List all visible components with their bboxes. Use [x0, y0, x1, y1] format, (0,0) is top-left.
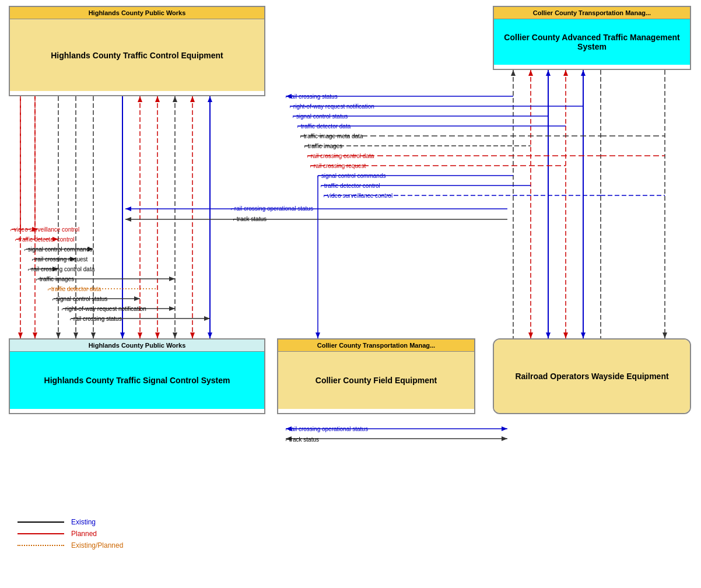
highlands-bottom-body-text: Highlands County Traffic Signal Control …: [44, 376, 230, 385]
svg-marker-13: [56, 332, 61, 338]
flow-track-status-mid: ⌐track status: [233, 216, 267, 222]
flow-traffic-detector-ctrl-mid: ⌐traffic detector control: [321, 183, 380, 189]
flow-track-status-bottom: ⌐track status: [286, 436, 319, 443]
legend-existing-planned-label: Existing/Planned: [71, 541, 123, 550]
legend-planned: Planned: [17, 530, 123, 538]
svg-marker-15: [91, 332, 96, 338]
collier-top-header: Collier County Transportation Manag...: [494, 7, 690, 19]
svg-marker-84: [502, 436, 507, 441]
highlands-bottom-header-text: Highlands County Public Works: [89, 342, 186, 349]
svg-marker-90: [663, 332, 667, 338]
svg-marker-76: [169, 306, 175, 311]
svg-marker-41: [581, 70, 586, 76]
legend-existing-line: [17, 522, 64, 523]
flow-rail-crossing-op-bottom: ⌐rail crossing operational status: [286, 426, 368, 432]
flow-traffic-detector-mid: ⌐traffic detector data: [297, 123, 350, 130]
svg-marker-21: [208, 332, 212, 338]
highlands-top-header: Highlands County Public Works: [10, 7, 264, 19]
svg-marker-26: [208, 96, 212, 102]
highlands-top-body: Highlands County Traffic Control Equipme…: [10, 19, 264, 91]
svg-marker-40: [563, 70, 568, 76]
flow-traffic-image-meta-mid: ⌐traffic image meta data: [300, 133, 363, 139]
legend-existing-planned-line: [17, 545, 64, 546]
flow-rail-crossing-op-mid: ⌐rail crossing operational status: [231, 205, 313, 212]
svg-marker-38: [528, 70, 533, 76]
collier-field-node: Collier County Transportation Manag... C…: [277, 338, 475, 414]
collier-top-body-text: Collier County Advanced Traffic Manageme…: [499, 33, 685, 51]
svg-marker-71: [169, 276, 175, 281]
collier-field-header-text: Collier County Transportation Manag...: [317, 342, 435, 349]
flow-signal-status-mid: ⌐signal control status: [293, 113, 348, 120]
svg-marker-59: [125, 217, 131, 222]
flow-video-surv-mid: ⌐video surveillance control: [324, 192, 392, 199]
collier-field-body-text: Collier County Field Equipment: [316, 376, 437, 385]
svg-marker-56: [125, 206, 131, 211]
flow-traffic-detector-data-left: ⌐traffic detector data: [48, 286, 101, 292]
highlands-bottom-node: Highlands County Public Works Highlands …: [9, 338, 265, 414]
legend: Existing Planned Existing/Planned: [17, 518, 123, 553]
svg-marker-19: [173, 332, 177, 338]
flow-video-surveillance-left: ⌐video surveillance control: [10, 226, 79, 233]
flow-row-request-left: ⌐right-of-way request notification: [62, 306, 146, 312]
legend-planned-line: [17, 533, 64, 534]
svg-marker-17: [138, 332, 142, 338]
svg-marker-35: [563, 332, 568, 338]
highlands-bottom-body: Highlands County Traffic Signal Control …: [10, 352, 264, 409]
collier-top-body: Collier County Advanced Traffic Manageme…: [494, 19, 690, 65]
svg-marker-18: [155, 332, 160, 338]
highlands-bottom-header: Highlands County Public Works: [10, 340, 264, 352]
svg-marker-11: [18, 332, 23, 338]
legend-existing: Existing: [17, 518, 123, 526]
railroad-node: Railroad Operators Wayside Equipment: [493, 338, 691, 414]
svg-marker-78: [204, 316, 210, 321]
svg-marker-36: [581, 332, 586, 338]
flow-signal-status-left: ⌐signal control status: [52, 296, 107, 302]
legend-existing-planned: Existing/Planned: [17, 541, 123, 550]
svg-marker-14: [73, 332, 78, 338]
svg-marker-81: [502, 426, 507, 431]
svg-marker-22: [138, 96, 142, 102]
svg-marker-24: [173, 96, 177, 102]
svg-marker-86: [316, 332, 320, 338]
flow-row-request-mid: ⌐right-of-way request notification: [290, 103, 374, 110]
highlands-top-body-text: Highlands County Traffic Control Equipme…: [51, 51, 223, 60]
highlands-top-header-text: Highlands County Public Works: [89, 9, 186, 16]
collier-top-node: Collier County Transportation Manag... C…: [493, 6, 691, 70]
svg-marker-33: [528, 332, 533, 338]
flow-signal-cmd-mid: ⌐signal control commands: [318, 173, 385, 179]
flow-signal-control-cmd-left: ⌐signal control commands: [24, 246, 92, 253]
svg-marker-12: [33, 332, 37, 338]
collier-field-body: Collier County Field Equipment: [278, 352, 474, 409]
flow-rail-crossing-req-mid: ⌐rail crossing request: [310, 163, 366, 169]
diagram-container: Highlands County Public Works Highlands …: [0, 0, 701, 588]
flow-traffic-images-mid: ⌐traffic images: [304, 143, 342, 149]
svg-marker-16: [120, 332, 125, 338]
flow-rail-crossing-ctrl-mid: ⌐rail crossing control data: [307, 153, 374, 159]
svg-marker-74: [134, 296, 140, 301]
svg-marker-39: [546, 70, 551, 76]
flow-rail-crossing-req-left: ⌐rail crossing request: [32, 256, 87, 262]
railroad-body: Railroad Operators Wayside Equipment: [494, 340, 690, 413]
highlands-top-node: Highlands County Public Works Highlands …: [9, 6, 265, 96]
railroad-body-text: Railroad Operators Wayside Equipment: [515, 372, 668, 381]
flow-rail-crossing-ctrl-left: ⌐rail crossing control data: [28, 266, 94, 272]
svg-marker-20: [190, 332, 195, 338]
svg-marker-34: [546, 332, 551, 338]
legend-planned-label: Planned: [71, 530, 97, 538]
collier-top-header-text: Collier County Transportation Manag...: [533, 9, 651, 16]
flow-rail-crossing-status-left: ⌐rail crossing status: [70, 316, 122, 322]
svg-marker-37: [511, 70, 516, 76]
svg-marker-25: [190, 96, 195, 102]
svg-marker-23: [155, 96, 160, 102]
flow-traffic-detector-left: ⌐traffic detector control: [15, 236, 75, 243]
flow-rail-crossing-status-mid: ⌐rail crossing status: [286, 93, 338, 100]
flow-traffic-images-left: ⌐traffic images: [36, 276, 74, 282]
legend-existing-label: Existing: [71, 518, 96, 526]
collier-field-header: Collier County Transportation Manag...: [278, 340, 474, 352]
